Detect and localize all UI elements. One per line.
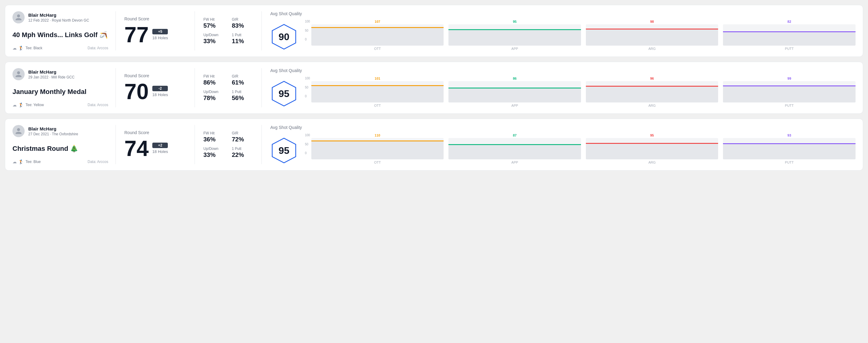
bar-wrapper — [448, 24, 581, 45]
bar-top-value: 95 — [650, 133, 654, 137]
round-title: Christmas Round 🎄 — [12, 145, 108, 153]
bar-label: APP — [512, 161, 518, 164]
bar-label: PUTT — [785, 104, 794, 107]
stat-label: FW Hit — [204, 131, 225, 135]
bar-col-ott: 110OTT — [311, 133, 444, 164]
bar-gray-fill — [723, 144, 856, 159]
stat-item: FW Hit57% — [204, 17, 225, 29]
round-score-label: Round Score — [124, 17, 186, 21]
bar-top-value: 87 — [513, 133, 517, 137]
stat-label: Up/Down — [204, 33, 225, 37]
bar-wrapper — [586, 138, 718, 159]
y-axis-100: 100 — [305, 133, 310, 137]
hexagon-container: 95 — [270, 137, 298, 164]
round-score-label: Round Score — [124, 130, 186, 135]
tee-label: Tee: Black — [26, 46, 42, 50]
card-bottom-row: ☁ 🏌 Tee: Yellow Data: Arccos — [12, 102, 108, 107]
hexagon-container: 95 — [270, 80, 298, 107]
bar-label: ARG — [649, 161, 656, 164]
bar-gray-fill — [311, 86, 444, 102]
bar-col-arg: 96ARG — [586, 76, 718, 107]
y-axis-100: 100 — [305, 76, 310, 80]
bar-gray-fill — [723, 32, 856, 45]
y-axis-0: 0 — [305, 151, 310, 155]
stat-value: 61% — [232, 79, 253, 86]
stats-grid: FW Hit86%GIR61%Up/Down78%1 Putt56% — [204, 74, 253, 101]
bar-top-value: 98 — [650, 20, 654, 23]
bar-wrapper — [448, 138, 581, 159]
bar-gray-fill — [448, 89, 581, 102]
y-axis-100: 100 — [305, 20, 310, 23]
stat-label: FW Hit — [204, 74, 225, 79]
stat-item: 1 Putt22% — [232, 147, 253, 158]
holes-label: 18 Holes — [152, 36, 168, 40]
bar-wrapper — [311, 81, 444, 102]
tee-info: ☁ 🏌 Tee: Blue — [12, 159, 41, 164]
hexagon-container: 90 — [270, 23, 298, 51]
bar-gray-fill — [586, 144, 718, 159]
bar-wrapper — [586, 24, 718, 45]
bar-fill — [723, 86, 856, 86]
round-score-label: Round Score — [124, 73, 186, 78]
user-row: Blair McHarg27 Dec 2021 · The Oxfordshir… — [12, 125, 108, 137]
score-row: 74+218 Holes — [124, 137, 186, 159]
stat-item: Up/Down78% — [204, 90, 225, 101]
bar-chart: 100 50 0 101OTT86APP96ARG99PUTT — [305, 76, 856, 107]
bar-gray-fill — [586, 87, 718, 102]
score-section: Round Score77+518 Holes — [116, 11, 195, 51]
stat-value: 57% — [204, 22, 225, 29]
stat-item: FW Hit36% — [204, 131, 225, 143]
stat-item: 1 Putt11% — [232, 33, 253, 45]
bar-wrapper — [723, 138, 856, 159]
bar-wrapper — [311, 24, 444, 45]
left-section: Blair McHarg27 Dec 2021 · The Oxfordshir… — [12, 125, 116, 164]
user-info: Blair McHarg27 Dec 2021 · The Oxfordshir… — [28, 126, 78, 136]
stat-label: 1 Putt — [232, 147, 253, 151]
stat-value: 72% — [232, 136, 253, 143]
data-source: Data: Arccos — [88, 160, 108, 164]
avatar — [12, 125, 25, 137]
left-section: Blair McHarg29 Jan 2022 · Mill Ride GCCJ… — [12, 68, 116, 107]
stat-label: GIR — [232, 131, 253, 135]
weather-icon: ☁ — [12, 159, 17, 164]
chart-with-axis: 100 50 0 107OTT95APP98ARG82PUTT — [305, 20, 856, 51]
bar-fill — [586, 29, 718, 30]
stat-item: FW Hit86% — [204, 74, 225, 86]
bar-gray-fill — [586, 30, 718, 45]
quality-row: 95 100 50 0 101OTT86APP96ARG99PUTT — [270, 76, 856, 107]
bar-fill — [723, 143, 856, 144]
tee-label: Tee: Yellow — [26, 103, 44, 107]
bar-top-value: 96 — [650, 76, 654, 80]
y-axis: 100 50 0 — [305, 20, 311, 41]
bar-label: ARG — [649, 47, 656, 51]
score-badge-col: +218 Holes — [152, 143, 168, 154]
score-badge: -2 — [152, 86, 168, 91]
bar-col-app: 95APP — [448, 20, 581, 51]
score-section: Round Score74+218 Holes — [116, 125, 195, 164]
round-card-3: Blair McHarg27 Dec 2021 · The Oxfordshir… — [5, 119, 863, 170]
avg-shot-quality-section: Avg Shot Quality 95 100 50 0 101OTT86APP… — [262, 68, 856, 107]
bar-fill — [311, 85, 444, 86]
round-title: January Monthly Medal — [12, 88, 108, 96]
data-source: Data: Arccos — [88, 46, 108, 50]
stat-item: Up/Down33% — [204, 147, 225, 158]
bar-chart: 100 50 0 110OTT87APP95ARG93PUTT — [305, 133, 856, 164]
quality-row: 90 100 50 0 107OTT95APP98ARG82PUTT — [270, 20, 856, 51]
round-title: 40 Mph Winds... Links Golf 🪃 — [12, 31, 108, 39]
hexagon-score: 95 — [278, 88, 289, 99]
stats-section: FW Hit36%GIR72%Up/Down33%1 Putt22% — [195, 125, 262, 164]
stats-section: FW Hit57%GIR83%Up/Down33%1 Putt11% — [195, 11, 262, 51]
hexagon-score: 95 — [278, 145, 289, 156]
y-axis: 100 50 0 — [305, 76, 311, 98]
bar-fill — [311, 141, 444, 142]
y-axis-50: 50 — [305, 86, 310, 89]
bar-fill — [723, 31, 856, 32]
score-badge-col: -218 Holes — [152, 86, 168, 97]
data-source: Data: Arccos — [88, 103, 108, 107]
card-bottom-row: ☁ 🏌 Tee: Black Data: Arccos — [12, 45, 108, 51]
user-row: Blair McHarg12 Feb 2022 · Royal North De… — [12, 11, 108, 23]
user-name: Blair McHarg — [28, 69, 74, 74]
holes-label: 18 Holes — [152, 92, 168, 97]
stat-item: GIR72% — [232, 131, 253, 143]
stat-label: 1 Putt — [232, 90, 253, 94]
